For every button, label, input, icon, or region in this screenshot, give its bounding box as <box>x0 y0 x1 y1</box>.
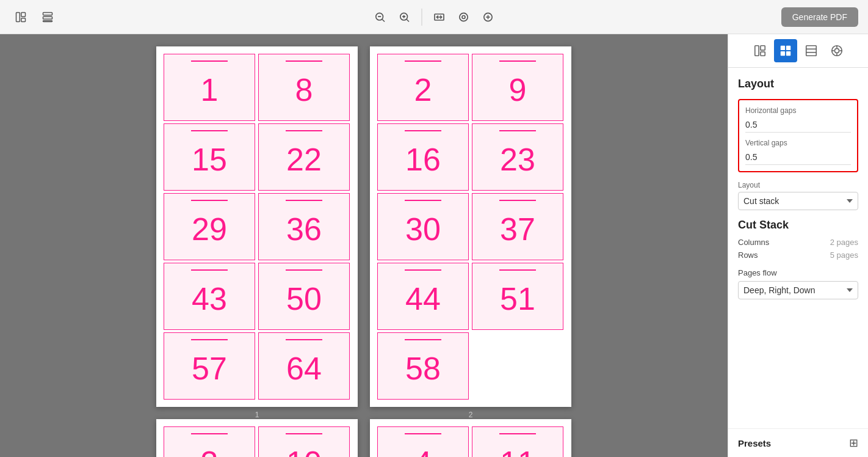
panel-tab-grid1[interactable] <box>748 39 772 62</box>
page-3: 3 10 3 <box>156 419 358 457</box>
panel-tab-grid3[interactable] <box>800 39 823 62</box>
presets-grid-icon[interactable]: ⊞ <box>849 436 858 450</box>
card-1: 1 <box>164 54 255 121</box>
svg-rect-20 <box>760 52 764 56</box>
card-64: 64 <box>258 332 350 400</box>
svg-rect-5 <box>43 20 52 21</box>
cards-grid-p2: 2 9 16 23 30 37 44 51 58 <box>377 54 564 400</box>
card-30: 30 <box>377 193 469 260</box>
card-10: 10 <box>258 426 350 457</box>
card-44: 44 <box>377 263 469 330</box>
card-4: 4 <box>377 426 469 457</box>
card-2: 2 <box>377 54 469 121</box>
rows-row: Rows 5 pages <box>738 250 858 260</box>
svg-rect-22 <box>786 46 790 50</box>
cards-grid-p3: 3 10 <box>164 426 350 457</box>
svg-rect-23 <box>780 51 784 56</box>
pages-flow-label: Pages flow <box>738 268 858 277</box>
toolbar-center <box>369 6 499 28</box>
card-15: 15 <box>164 123 255 191</box>
horizontal-gaps-label: Horizontal gaps <box>745 106 851 115</box>
fit-page-button[interactable] <box>453 6 475 28</box>
svg-rect-19 <box>760 46 764 50</box>
layout-select-label: Layout <box>738 181 858 189</box>
vertical-gaps-input[interactable] <box>745 150 851 165</box>
cut-stack-section: Cut Stack Columns 2 pages Rows 5 pages <box>738 219 858 260</box>
horizontal-gaps-row: Horizontal gaps <box>745 106 851 133</box>
actual-size-button[interactable] <box>477 6 499 28</box>
gaps-group: Horizontal gaps Vertical gaps <box>738 99 858 172</box>
svg-rect-2 <box>21 18 26 21</box>
panel-tabs <box>728 34 868 68</box>
card-16: 16 <box>377 123 469 191</box>
card-50: 50 <box>258 263 350 330</box>
page-1: 1 8 15 22 29 36 43 50 57 64 1 <box>156 46 358 407</box>
svg-point-29 <box>834 48 839 53</box>
page-label-1: 1 <box>255 411 259 419</box>
svg-rect-0 <box>16 12 20 21</box>
svg-rect-1 <box>21 12 26 16</box>
pages-flow-section: Pages flow Deep, Right, Down Right, Down… <box>738 268 858 299</box>
canvas[interactable]: 1 8 15 22 29 36 43 50 57 64 1 2 9 <box>0 34 728 457</box>
panel-tab-grid2[interactable] <box>774 39 797 62</box>
page-4: 4 11 4 <box>370 419 571 457</box>
svg-rect-4 <box>43 16 52 19</box>
rows-label: Rows <box>738 250 758 260</box>
cards-grid-p1: 1 8 15 22 29 36 43 50 57 64 <box>164 54 350 400</box>
layout-button[interactable] <box>10 6 32 28</box>
zoom-in-button[interactable] <box>394 6 416 28</box>
horizontal-gaps-input[interactable] <box>745 117 851 133</box>
svg-rect-3 <box>43 12 52 15</box>
columns-label: Columns <box>738 238 769 247</box>
layout-select-group: Layout Cut stack Grid Booklet <box>738 181 858 210</box>
pages-row-1: 1 8 15 22 29 36 43 50 57 64 1 2 9 <box>156 46 571 407</box>
toolbar-left <box>10 6 59 28</box>
layout-select[interactable]: Cut stack Grid Booklet <box>738 192 858 210</box>
generate-pdf-button[interactable]: Generate PDF <box>781 7 858 27</box>
fit-width-button[interactable] <box>429 6 450 28</box>
toolbar-divider <box>422 9 422 26</box>
page-2: 2 9 16 23 30 37 44 51 58 2 <box>370 46 571 407</box>
svg-rect-24 <box>786 51 790 56</box>
panel-tab-target[interactable] <box>825 39 848 62</box>
cards-grid-p4: 4 11 <box>377 426 564 457</box>
card-8: 8 <box>258 54 350 121</box>
svg-line-12 <box>407 19 409 21</box>
presets-label: Presets <box>738 438 771 448</box>
card-3: 3 <box>164 426 255 457</box>
rows-value: 5 pages <box>830 250 858 260</box>
card-11: 11 <box>472 426 563 457</box>
page-label-2: 2 <box>469 411 473 419</box>
card-23: 23 <box>472 123 563 191</box>
columns-value: 2 pages <box>830 238 858 247</box>
card-57: 57 <box>164 332 255 400</box>
card-37: 37 <box>472 193 563 260</box>
card-22: 22 <box>258 123 350 191</box>
panel-content: Layout Horizontal gaps Vertical gaps Lay… <box>728 68 868 428</box>
svg-point-15 <box>460 13 468 21</box>
svg-rect-18 <box>754 46 758 56</box>
toolbar-right: Generate PDF <box>781 7 858 27</box>
vertical-gaps-row: Vertical gaps <box>745 139 851 165</box>
card-58: 58 <box>377 332 469 400</box>
zoom-out-button[interactable] <box>369 6 391 28</box>
presets-section: Presets ⊞ <box>728 428 868 457</box>
layout-section-title: Layout <box>738 78 858 90</box>
cut-stack-title: Cut Stack <box>738 219 858 232</box>
card-29: 29 <box>164 193 255 260</box>
columns-row: Columns 2 pages <box>738 238 858 247</box>
svg-point-16 <box>462 15 465 18</box>
right-panel: Layout Horizontal gaps Vertical gaps Lay… <box>728 34 868 457</box>
vertical-gaps-label: Vertical gaps <box>745 139 851 147</box>
rows-button[interactable] <box>37 6 59 28</box>
card-9: 9 <box>472 54 563 121</box>
toolbar: Generate PDF <box>0 0 868 34</box>
pages-flow-select[interactable]: Deep, Right, Down Right, Down, Deep Down… <box>738 281 858 299</box>
svg-rect-21 <box>780 46 784 50</box>
card-43: 43 <box>164 263 255 330</box>
svg-rect-25 <box>806 46 816 56</box>
main: 1 8 15 22 29 36 43 50 57 64 1 2 9 <box>0 34 868 457</box>
svg-line-8 <box>382 19 385 21</box>
pages-row-2: 3 10 3 4 11 4 <box>156 419 571 457</box>
card-51: 51 <box>472 263 563 330</box>
